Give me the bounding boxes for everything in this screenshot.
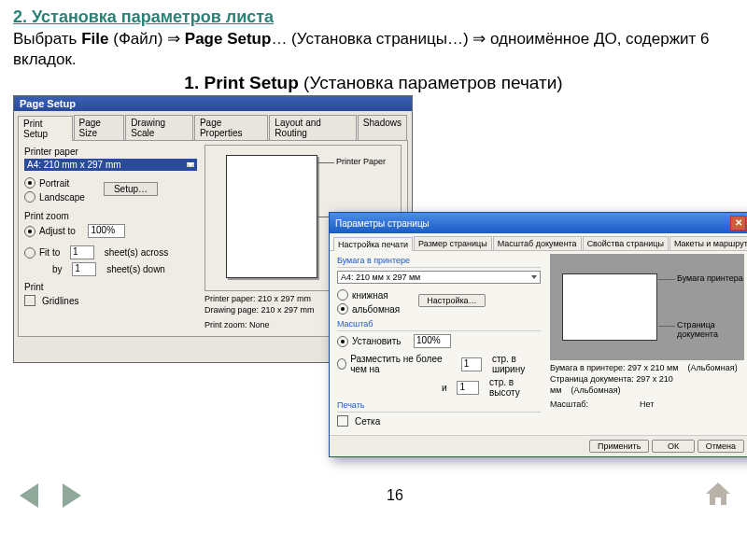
paper-size-select[interactable]: A4: 210 мм x 297 мм [337,271,541,284]
dialog-title: Параметры страницы ✕ [330,213,747,233]
orientation-album[interactable]: альбомная [337,303,400,315]
preview-label-page: Страница документа [677,320,743,339]
zoom-fit-to[interactable]: Fit to 1 sheet(s) across [24,245,197,259]
arrow-left-icon [20,483,38,508]
prev-page-button[interactable] [13,482,45,510]
scale-set-to[interactable]: Установить 100% [337,334,541,348]
preview-paper [562,273,657,341]
cancel-button[interactable]: Отмена [698,440,744,453]
tab-drawing-scale[interactable]: Drawing Scale [125,115,193,140]
group-printer-paper: Бумага в принтере [337,256,541,265]
zoom-adjust-to[interactable]: Adjust to 100% [24,224,197,238]
group-printer-paper: Printer paper [24,147,197,157]
close-icon[interactable]: ✕ [730,216,746,231]
apply-button[interactable]: Применить [589,440,650,453]
orientation-book[interactable]: книжная [337,289,400,301]
fit-down-input[interactable]: 1 [72,262,96,276]
printer-setup-button[interactable]: Настройка… [418,294,485,307]
paper-size-value: A4: 210 mm x 297 mm [27,160,121,170]
tab-page-size[interactable]: Page Size [74,115,125,140]
info-doc-page: Страница документа: 297 x 210 мм (Альбом… [550,374,744,396]
tab-bar: Настройка печати Размер страницы Масштаб… [330,233,747,251]
tab-print-setup[interactable]: Print Setup [18,116,73,141]
dialog-title: Page Setup [14,96,412,111]
page-footer: 16 [13,480,734,511]
paper-size-select[interactable]: A4: 210 mm x 297 mm [24,159,197,171]
chevron-down-icon [531,275,537,279]
fit-across-input[interactable]: 1 [70,245,94,259]
preview-label-paper: Printer Paper [336,157,386,166]
orientation-portrait[interactable]: Portrait [24,177,85,189]
info-printer-paper: Бумага в принтере: 297 x 210 мм (Альбомн… [550,363,744,374]
tab-page-properties[interactable]: Свойства страницы [583,236,669,250]
tab-page-size[interactable]: Размер страницы [414,236,492,250]
tab-bar: Print Setup Page Size Drawing Scale Page… [14,111,412,140]
fit-down-input[interactable]: 1 [457,381,479,395]
svg-marker-0 [706,483,730,505]
scale-fit-to[interactable]: Разместить не более чем на 1 стр. в шири… [337,354,541,374]
section-heading: 2. Установка параметров листа [13,7,734,27]
home-icon [702,480,734,508]
preview-pane: Бумага принтера Страница документа [550,254,744,360]
tab-layout-routing[interactable]: Layout and Routing [269,115,357,140]
group-print: Печать [337,400,541,410]
tab-shadows[interactable]: Shadows [358,115,407,140]
home-button[interactable] [702,480,734,511]
scale-value[interactable]: 100% [414,334,451,348]
group-print: Print [24,282,197,292]
tab-layout-routing[interactable]: Макеты и маршруты [669,236,747,250]
chevron-down-icon [187,162,194,167]
intro-text: Выбрать File (Файл) ⇒ Page Setup… (Устан… [13,29,734,70]
group-print-zoom: Print zoom [24,211,197,221]
group-scale: Масштаб [337,319,541,329]
gridlines-checkbox[interactable]: Gridlines [24,295,197,306]
arrow-right-icon [63,483,81,508]
paper-size-value: A4: 210 мм x 297 мм [341,273,420,282]
preview-paper [226,155,317,278]
tab-doc-scale[interactable]: Масштаб документа [493,236,582,250]
preview-label-paper: Бумага принтера [677,273,743,283]
orientation-landscape[interactable]: Landscape [24,191,85,203]
fit-across-input[interactable]: 1 [461,357,482,371]
page-setup-dialog-ru: Параметры страницы ✕ Настройка печати Ра… [329,212,747,457]
ok-button[interactable]: ОК [652,440,695,453]
tab-print-setup[interactable]: Настройка печати [333,237,413,251]
grid-checkbox[interactable]: Сетка [337,415,541,427]
zoom-value[interactable]: 100% [88,224,125,238]
page-number: 16 [99,487,691,504]
printer-setup-button[interactable]: Setup… [104,182,158,196]
tab-page-properties[interactable]: Page Properties [194,115,268,140]
next-page-button[interactable] [56,482,88,510]
info-scale: Масштаб: Нет [550,399,744,411]
sub-heading: 1. Print Setup (Установка параметров печ… [13,73,734,93]
